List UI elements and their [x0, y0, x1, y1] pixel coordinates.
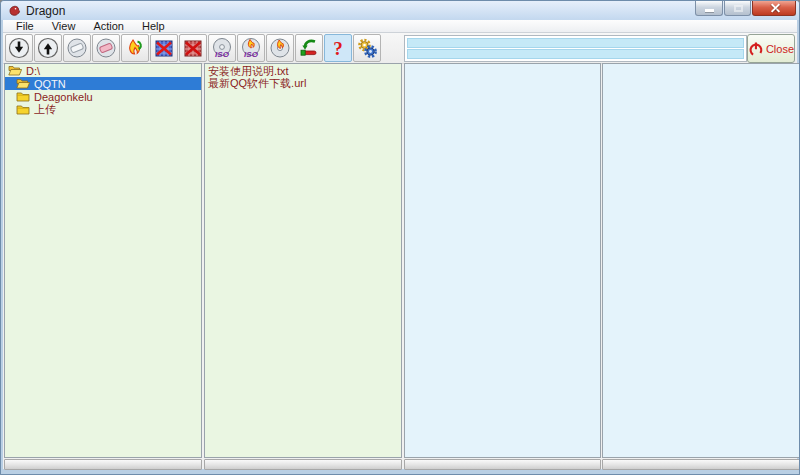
tree-item-label: D:\ — [26, 65, 40, 77]
burn-iso-button[interactable]: ISO — [237, 34, 265, 62]
minimize-icon[interactable] — [695, 1, 723, 16]
file-item-label: 安装使用说明.txt — [208, 65, 289, 77]
bottom-bar — [4, 459, 800, 471]
write-disc-button[interactable] — [5, 34, 33, 62]
flame-convert-icon — [124, 37, 146, 59]
help-button[interactable]: ? — [324, 34, 352, 62]
horizontal-scrollbar-tree[interactable] — [4, 459, 202, 470]
cancel-blue-button[interactable] — [150, 34, 178, 62]
app-window: Dragon File View Action Help — [0, 0, 800, 475]
window-title: Dragon — [26, 4, 65, 18]
disc-erase-icon — [95, 37, 117, 59]
panel-area: D:\ QQTN Deagonkelu 上传 安装使用说明.txt — [4, 63, 800, 458]
grid-cross-blue-icon — [153, 37, 175, 59]
grid-cross-red-icon — [182, 37, 204, 59]
read-disc-button[interactable] — [34, 34, 62, 62]
close-button-label: Close — [766, 43, 794, 55]
wipe-disc-button[interactable] — [63, 34, 91, 62]
folder-tree-panel[interactable]: D:\ QQTN Deagonkelu 上传 — [4, 63, 202, 458]
title-bar[interactable]: Dragon — [1, 1, 799, 20]
disc-wipe-icon — [66, 37, 88, 59]
tree-item-label: Deagonkelu — [34, 91, 93, 103]
maximize-icon[interactable] — [724, 1, 751, 16]
close-session-button[interactable]: Close — [747, 34, 795, 63]
dragon-icon — [8, 4, 21, 17]
eject-disc-icon — [298, 37, 320, 59]
gears-icon — [356, 37, 378, 59]
file-item-download-url[interactable]: 最新QQ软件下载.url — [205, 77, 401, 89]
disc-burn-icon — [269, 37, 291, 59]
folder-closed-icon — [16, 91, 30, 102]
progress-bar-top — [407, 38, 744, 48]
file-item-readme[interactable]: 安装使用说明.txt — [205, 65, 401, 77]
menu-view[interactable]: View — [43, 20, 85, 32]
menu-file[interactable]: File — [7, 20, 43, 32]
tree-item-upload[interactable]: 上传 — [5, 103, 201, 116]
folder-closed-icon — [16, 104, 30, 115]
tree-item-label: QQTN — [34, 78, 66, 90]
convert-image-button[interactable] — [121, 34, 149, 62]
power-icon — [748, 41, 764, 57]
menu-bar: File View Action Help — [3, 20, 797, 33]
progress-bar-bottom — [407, 49, 744, 59]
empty-panel-right[interactable] — [602, 63, 800, 458]
empty-panel-left[interactable] — [404, 63, 601, 458]
tree-item-qqtn[interactable]: QQTN — [5, 77, 201, 90]
folder-open-icon — [8, 65, 22, 76]
client-area: File View Action Help — [3, 20, 797, 469]
menu-help[interactable]: Help — [133, 20, 174, 32]
file-item-label: 最新QQ软件下载.url — [208, 77, 306, 89]
settings-button[interactable] — [353, 34, 381, 62]
toolbar: ISO ISO ? — [3, 33, 797, 64]
progress-area — [404, 35, 747, 62]
horizontal-scrollbar-panel3[interactable] — [404, 459, 601, 470]
arrow-down-disc-icon — [8, 37, 30, 59]
arrow-up-disc-icon — [37, 37, 59, 59]
eject-button[interactable] — [295, 34, 323, 62]
horizontal-scrollbar-panel4[interactable] — [602, 459, 800, 470]
tree-item-drive[interactable]: D:\ — [5, 64, 201, 77]
close-window-icon[interactable] — [752, 1, 796, 16]
erase-disc-button[interactable] — [92, 34, 120, 62]
menu-action[interactable]: Action — [84, 20, 133, 32]
tree-item-label: 上传 — [34, 102, 56, 117]
iso-label: ISO — [209, 51, 235, 59]
cancel-red-button[interactable] — [179, 34, 207, 62]
file-list-panel[interactable]: 安装使用说明.txt 最新QQ软件下载.url — [204, 63, 402, 458]
question-mark-icon: ? — [333, 39, 343, 58]
iso-label: ISO — [238, 51, 264, 59]
folder-open-icon — [16, 78, 30, 89]
burn-disc-button[interactable] — [266, 34, 294, 62]
horizontal-scrollbar-files[interactable] — [204, 459, 402, 470]
create-iso-button[interactable]: ISO — [208, 34, 236, 62]
